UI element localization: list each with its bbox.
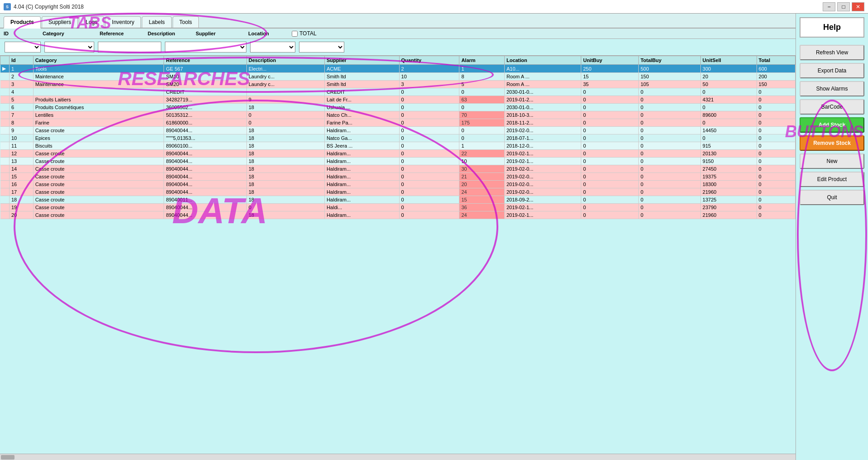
cell-quantity: 0: [399, 188, 459, 196]
category-col-label: Category: [43, 31, 92, 36]
show-alarms-button[interactable]: Show Alarms: [800, 81, 864, 96]
cell-supplier: Natco Ch...: [324, 111, 399, 119]
row-indicator: [0, 127, 10, 134]
minimize-button[interactable]: −: [823, 2, 835, 11]
cell-reference: SM10: [164, 73, 246, 81]
table-row[interactable]: 8Farine61860000...0Farine Pa...01752018-…: [0, 119, 796, 127]
cell-quantity: 0: [399, 165, 459, 173]
th-category: Category: [33, 56, 164, 65]
table-row[interactable]: 4CREDITCREDIT002030-01-0...0000: [0, 88, 796, 96]
table-row[interactable]: 16Casse croute89040044...18Haldiram...02…: [0, 181, 796, 188]
cell-unitsell: 0: [700, 134, 757, 142]
remove-stock-button[interactable]: Remove Stock: [800, 135, 864, 151]
id-filter-select[interactable]: [5, 42, 41, 53]
cell-category: Casse croute: [33, 150, 164, 158]
cell-total: 0: [757, 196, 795, 204]
cell-category: Epices: [33, 134, 164, 142]
id-col-label: ID: [4, 31, 35, 36]
table-row[interactable]: 17Casse croute89040044...18Haldiram...02…: [0, 188, 796, 196]
description-filter-select[interactable]: [165, 42, 246, 53]
cell-quantity: 0: [399, 119, 459, 127]
window-controls[interactable]: − □ ✕: [823, 2, 864, 11]
cell-description: Laundry c...: [246, 81, 324, 88]
table-row[interactable]: 19Casse croute89040044...0Haldi...036201…: [0, 204, 796, 211]
table-row[interactable]: 14Casse croute89040044...18Haldiram...03…: [0, 165, 796, 173]
table-row[interactable]: 20Casse croute89040044...18Haldiram...02…: [0, 211, 796, 219]
cell-supplier: Haldiram...: [324, 150, 399, 158]
cell-quantity: 0: [399, 134, 459, 142]
tab-tools[interactable]: Tools: [173, 16, 199, 28]
tab-logs[interactable]: Logs: [79, 16, 104, 28]
table-row[interactable]: 18Casse croute89040011...18Haldiram...01…: [0, 196, 796, 204]
table-row[interactable]: 6Produits Cosmétiques36005502...18Ushuai…: [0, 104, 796, 111]
quit-button[interactable]: Quit: [800, 190, 864, 205]
barcode-button[interactable]: BarCode: [800, 99, 864, 115]
cell-id: 15: [10, 173, 34, 181]
table-row[interactable]: 15Casse croute89040044...18Haldiram...02…: [0, 173, 796, 181]
cell-quantity: 0: [399, 173, 459, 181]
table-row[interactable]: 7Lentilles50135312...0Natco Ch...0702018…: [0, 111, 796, 119]
h-scrollbar-thumb[interactable]: [1, 455, 14, 460]
table-row[interactable]: ▶1ToolsGE 567Electri...ACME21A10...25050…: [0, 65, 796, 73]
cell-totalbuy: 0: [638, 204, 700, 211]
location-filter-select[interactable]: [299, 42, 344, 53]
row-indicator: [0, 173, 10, 181]
cell-reference: 89040044...: [164, 158, 246, 165]
table-row[interactable]: 10Epices""""5,01353...18Natco Ga...00201…: [0, 134, 796, 142]
edit-product-button[interactable]: Edit Product: [800, 172, 864, 187]
h-scrollbar[interactable]: [0, 454, 796, 460]
cell-location: 2018-10-3...: [504, 111, 581, 119]
tab-suppliers[interactable]: Suppliers: [42, 16, 78, 28]
table-row[interactable]: 13Casse croute89040044...18Haldiram...01…: [0, 158, 796, 165]
tab-labels[interactable]: Labels: [142, 16, 171, 28]
cell-unitsell: 21960: [700, 188, 757, 196]
cell-description: 18: [246, 173, 324, 181]
cell-location: 2019-02-1...: [504, 211, 581, 219]
table-row[interactable]: 9Casse croute89040044...18Haldiram...002…: [0, 127, 796, 134]
row-indicator: [0, 134, 10, 142]
cell-category: Tools: [33, 65, 164, 73]
supplier-col-label: Supplier: [196, 31, 241, 36]
reference-filter-input[interactable]: [98, 42, 161, 53]
table-row[interactable]: 2MaintenanceSM10Laundry c...Smith ltd108…: [0, 73, 796, 81]
total-checkbox-container[interactable]: TOTAL: [292, 30, 317, 37]
table-row[interactable]: 11Biscuits89060100...18BS Jeera ...01201…: [0, 142, 796, 150]
category-filter-select[interactable]: [44, 42, 94, 53]
cell-reference: """"5,01353...: [164, 134, 246, 142]
cell-reference: 36005502...: [164, 104, 246, 111]
add-stock-button[interactable]: Add Stock: [800, 117, 864, 133]
export-data-button[interactable]: Export Data: [800, 63, 864, 78]
cell-reference: 89040044...: [164, 188, 246, 196]
cell-location: 2030-01-0...: [504, 104, 581, 111]
maximize-button[interactable]: □: [837, 2, 850, 11]
cell-reference: 89040011...: [164, 196, 246, 204]
table-row[interactable]: 3MaintenanceSM20Laundry c...Smith ltd35R…: [0, 81, 796, 88]
th-reference: Reference: [164, 56, 246, 65]
cell-id: 18: [10, 196, 34, 204]
total-checkbox[interactable]: [292, 31, 298, 37]
row-indicator: [0, 165, 10, 173]
cell-reference: 89040044...: [164, 204, 246, 211]
cell-unitbuy: 0: [581, 196, 639, 204]
table-row[interactable]: 12Casse croute89040044...18Haldiram...02…: [0, 150, 796, 158]
tab-products[interactable]: Products: [4, 16, 41, 29]
cell-supplier: Haldi...: [324, 204, 399, 211]
row-indicator: [0, 81, 10, 88]
cell-category: Maintenance: [33, 73, 164, 81]
refresh-view-button[interactable]: Refresh View: [800, 45, 864, 60]
cell-category: Casse croute: [33, 158, 164, 165]
cell-alarm: 24: [459, 211, 505, 219]
cell-id: 4: [10, 88, 34, 96]
cell-alarm: 63: [459, 96, 505, 104]
tab-inventory[interactable]: Inventory: [105, 16, 141, 28]
cell-unitbuy: 0: [581, 88, 639, 96]
close-button[interactable]: ✕: [852, 2, 864, 11]
new-button[interactable]: New: [800, 153, 864, 169]
main-container: Products Suppliers Logs Inventory Labels…: [0, 14, 868, 460]
help-button[interactable]: Help: [800, 17, 864, 38]
cell-description: 18: [246, 134, 324, 142]
cell-location: 2019-02-0...: [504, 173, 581, 181]
data-table-wrapper[interactable]: Id Category Reference Description Suppli…: [0, 56, 796, 454]
supplier-filter-select[interactable]: [250, 42, 295, 53]
table-row[interactable]: 5Produits Laitiers34282719...9Lait de Fr…: [0, 96, 796, 104]
